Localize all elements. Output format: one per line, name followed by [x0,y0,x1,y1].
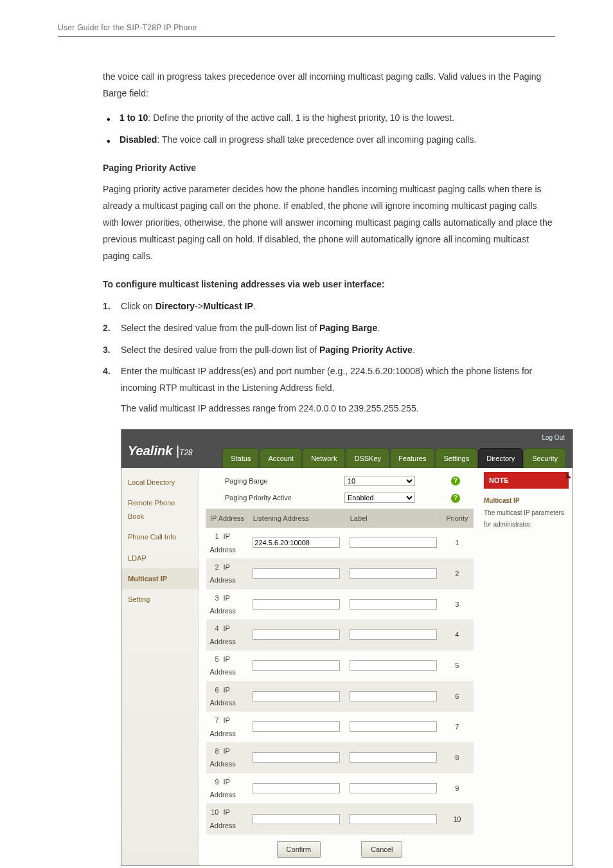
step-1-mid: -> [195,301,203,311]
bullet-1to10-bold: 1 to 10 [120,113,148,123]
cell-label [346,589,441,620]
label-input[interactable] [350,691,437,701]
admin-screenshot: Yealink |T28 Log Out Status Account Netw… [121,429,555,866]
listening-address-input[interactable] [253,783,340,793]
listening-address-input[interactable] [253,599,340,610]
tab-settings[interactable]: Settings [435,448,477,468]
step-4-extra: The valid multicast IP addresses range f… [121,401,555,417]
tab-network[interactable]: Network [303,448,345,468]
logo-model: T28 [179,448,193,457]
confirm-button[interactable]: Confirm [277,841,321,858]
listening-address-input[interactable] [253,660,340,671]
sidebar-item-multicast-ip[interactable]: Multicast IP [121,568,199,589]
label-input[interactable] [350,538,437,548]
table-row: 1 IP Address1 [206,528,474,559]
bullet-1to10-text: : Define the priority of the active call… [148,113,454,123]
cell-label [346,742,441,773]
label-input[interactable] [350,814,437,824]
cell-ip: 10 IP Address [206,804,249,835]
cell-ip: 1 IP Address [206,528,249,559]
step-2-pre: Select the desired value from the pull-d… [121,323,319,333]
cell-ip: 4 IP Address [206,620,249,651]
label-input[interactable] [350,721,437,732]
table-row: 4 IP Address4 [206,620,474,651]
help-icon[interactable]: ? [451,476,460,485]
ip-address-table: IP Address Listening Address Label Prior… [206,509,474,835]
table-row: 9 IP Address9 [206,773,474,804]
cell-listening [249,804,346,835]
tab-directory[interactable]: Directory [478,448,523,468]
sidebar-item-phone-call-info[interactable]: Phone Call Info [121,527,199,547]
cell-label [346,681,441,712]
sidebar-item-remote-phone-book[interactable]: Remote Phone Book [121,493,199,527]
listening-address-input[interactable] [253,721,340,732]
label-input[interactable] [350,599,437,610]
cell-listening [249,558,346,589]
logo-text: Yealink [128,444,172,458]
cell-label [346,558,441,589]
listening-address-input[interactable] [253,752,340,763]
cell-priority: 8 [441,742,473,773]
step-3-post: . [413,345,415,355]
step-3-pre: Select the desired value from the pull-d… [121,345,319,355]
cell-listening [249,773,346,804]
cell-priority: 6 [441,681,473,712]
label-input[interactable] [350,629,437,640]
sidebar-item-local-directory[interactable]: Local Directory [121,472,199,493]
cell-priority: 7 [441,712,473,743]
cell-ip: 2 IP Address [206,558,249,589]
note-panel: NOTE Multicast IP The multicast IP param… [480,468,573,865]
step-1-post: . [253,301,256,311]
col-listening-address: Listening Address [249,509,346,527]
table-row: 2 IP Address2 [206,558,474,589]
step-3: Select the desired value from the pull-d… [103,342,555,359]
logout-link[interactable]: Log Out [542,432,565,444]
heading-configure-multicast: To configure multicast listening address… [103,276,555,293]
table-row: 6 IP Address6 [206,681,474,712]
top-tabs: Status Account Network DSSKey Features S… [222,448,566,468]
cell-ip: 5 IP Address [206,650,249,681]
cell-listening [249,712,346,743]
cell-priority: 5 [441,650,473,681]
tab-status[interactable]: Status [222,448,259,468]
step-1-pre: Click on [121,301,155,311]
step-4: Enter the multicast IP address(es) and p… [103,363,555,866]
cell-ip: 7 IP Address [206,712,249,743]
listening-address-input[interactable] [253,568,340,579]
step-1-bold1: Directory [155,301,195,311]
paging-barge-select[interactable]: 10 [344,476,415,486]
note-text: The multicast IP parameters for administ… [484,507,569,531]
cell-listening [249,589,346,620]
help-icon[interactable]: ? [451,494,460,503]
label-input[interactable] [350,783,437,793]
cell-listening [249,681,346,712]
cell-ip: 6 IP Address [206,681,249,712]
bullet-1to10: 1 to 10: Define the priority of the acti… [103,110,555,127]
bullet-disabled-text: : The voice call in progress shall take … [157,134,476,145]
note-subtitle: Multicast IP [484,495,569,507]
cell-listening [249,742,346,773]
cell-label [346,528,441,559]
table-row: 5 IP Address5 [206,650,474,681]
cancel-button[interactable]: Cancel [361,841,402,858]
tab-account[interactable]: Account [260,448,302,468]
ppa-paragraph: Paging priority active parameter decides… [103,181,555,264]
cell-priority: 3 [441,589,473,620]
col-ip-address: IP Address [206,509,249,527]
sidebar-item-setting[interactable]: Setting [121,589,199,610]
listening-address-input[interactable] [253,538,340,548]
label-input[interactable] [350,568,437,579]
cell-priority: 4 [441,620,473,651]
tab-security[interactable]: Security [524,448,566,468]
label-input[interactable] [350,752,437,763]
step-1: Click on Directory->Multicast IP. [103,298,555,315]
ppa-select[interactable]: Enabled [344,493,415,503]
listening-address-input[interactable] [253,629,340,640]
tab-features[interactable]: Features [390,448,434,468]
cell-label [346,620,441,651]
listening-address-input[interactable] [253,691,340,701]
sidebar-item-ldap[interactable]: LDAP [121,548,199,568]
tab-dsskey[interactable]: DSSKey [346,448,389,468]
label-input[interactable] [350,660,437,671]
listening-address-input[interactable] [253,814,340,824]
